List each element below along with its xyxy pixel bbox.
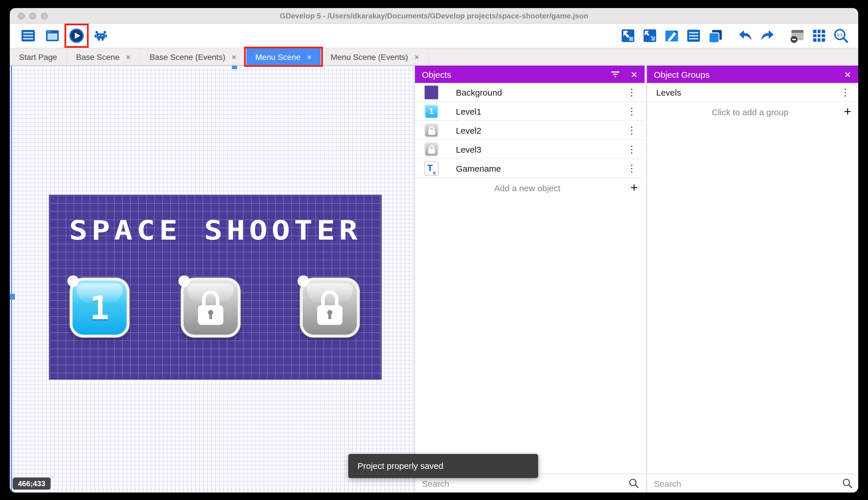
objects-panel-header: Objects ✕ xyxy=(415,66,645,83)
object-row-level1[interactable]: 1 Level1 ⋮ xyxy=(415,102,645,121)
level3-button-sprite[interactable] xyxy=(300,278,360,338)
object-menu-icon[interactable]: ⋮ xyxy=(624,105,639,117)
scene-window-left-edge xyxy=(11,66,12,492)
tab-label: Menu Scene (Events) xyxy=(331,52,408,61)
group-row-levels[interactable]: Levels ⋮ xyxy=(647,83,858,102)
groups-panel-header: Object Groups ✕ xyxy=(647,66,858,83)
cursor-coordinates: 466;433 xyxy=(13,478,50,490)
object-menu-icon[interactable]: ⋮ xyxy=(624,124,639,136)
tab-close-icon[interactable]: × xyxy=(232,53,236,61)
object-label: Gamename xyxy=(456,163,624,173)
minimize-window-button[interactable] xyxy=(30,12,36,19)
object-label: Background xyxy=(456,87,624,97)
background-swatch-icon xyxy=(424,85,438,99)
add-group-plus-icon[interactable]: + xyxy=(844,105,851,118)
tab-bar: Start Page Base Scene × Base Scene (Even… xyxy=(10,48,858,65)
mask-icon[interactable] xyxy=(789,28,805,44)
groups-panel-title: Object Groups xyxy=(654,69,834,79)
scene-editor-icon[interactable] xyxy=(44,28,60,44)
add-group-row[interactable]: Click to add a group + xyxy=(647,102,858,122)
object-row-level3[interactable]: Level3 ⋮ xyxy=(415,140,645,159)
add-object-plus-icon[interactable]: + xyxy=(630,181,638,194)
tab-menu-scene[interactable]: Menu Scene × xyxy=(246,48,321,65)
tab-label: Base Scene xyxy=(76,52,119,61)
preview-play-icon[interactable] xyxy=(69,28,85,44)
scroll-handle-left[interactable] xyxy=(10,294,15,299)
level1-button-icon: 1 xyxy=(424,104,438,118)
add-object-row[interactable]: Add a new object + xyxy=(415,178,645,197)
groups-search-input[interactable] xyxy=(654,478,842,488)
object-row-background[interactable]: Background ⋮ xyxy=(415,83,645,102)
object-label: Level3 xyxy=(456,144,624,154)
scene-preview[interactable]: SPACE SHOOTER 1 xyxy=(49,195,382,379)
group-menu-icon[interactable]: ⋮ xyxy=(838,86,853,98)
tab-label: Start Page xyxy=(19,52,57,61)
text-object-icon: Tx xyxy=(424,161,438,175)
level2-button-sprite[interactable] xyxy=(181,278,241,338)
button-shine xyxy=(178,275,190,287)
zoom-level-label: 1:1 xyxy=(837,33,843,37)
objects-panel: Objects ✕ Background ⋮ 1 Level1 ⋮ xyxy=(414,66,645,492)
tab-start-page[interactable]: Start Page xyxy=(10,48,67,65)
properties-icon[interactable] xyxy=(664,28,680,44)
tab-close-icon[interactable]: × xyxy=(307,53,312,61)
scene-canvas[interactable]: SPACE SHOOTER 1 466;433 xyxy=(10,66,414,492)
add-object-label: Add a new object xyxy=(424,183,630,193)
save-toast: Project properly saved xyxy=(348,454,538,478)
window-controls xyxy=(18,8,48,24)
titlebar: GDevelop 5 - /Users/dkarakay/Documents/G… xyxy=(10,8,858,24)
object-label: Level1 xyxy=(456,106,624,116)
undo-icon[interactable] xyxy=(737,28,753,44)
lock-icon xyxy=(316,290,344,325)
objects-search-input[interactable] xyxy=(422,478,629,488)
objects-panel-empty-space xyxy=(415,197,645,474)
add-group-label: Click to add a group xyxy=(656,107,844,117)
tab-base-scene-events[interactable]: Base Scene (Events) × xyxy=(140,48,246,65)
gdevelop-window: GDevelop 5 - /Users/dkarakay/Documents/G… xyxy=(10,8,858,492)
toolbar: 1:1 xyxy=(10,24,858,48)
object-menu-icon[interactable]: ⋮ xyxy=(624,143,639,155)
objects-editor-icon[interactable] xyxy=(620,28,636,44)
filter-icon[interactable] xyxy=(611,70,620,79)
desktop: GDevelop 5 - /Users/dkarakay/Documents/G… xyxy=(0,0,868,500)
object-menu-icon[interactable]: ⋮ xyxy=(624,86,639,98)
tab-close-icon[interactable]: × xyxy=(414,53,419,61)
object-groups-panel: Object Groups ✕ Levels ⋮ Click to add a … xyxy=(646,66,858,492)
close-panel-icon[interactable]: ✕ xyxy=(844,70,851,79)
debugger-icon[interactable] xyxy=(93,28,109,44)
tab-base-scene[interactable]: Base Scene × xyxy=(67,48,140,65)
layers-icon[interactable] xyxy=(707,28,724,44)
object-row-gamename[interactable]: Tx Gamename ⋮ xyxy=(415,159,645,178)
button-shine xyxy=(297,275,309,287)
tab-close-icon[interactable]: × xyxy=(126,53,130,61)
instances-list-icon[interactable] xyxy=(685,28,702,44)
close-window-button[interactable] xyxy=(18,12,25,19)
close-panel-icon[interactable]: ✕ xyxy=(631,70,638,79)
redo-icon[interactable] xyxy=(759,28,775,44)
object-groups-editor-icon[interactable] xyxy=(642,28,658,44)
zoom-window-button[interactable] xyxy=(41,12,48,19)
search-icon xyxy=(629,478,639,488)
object-label: Level2 xyxy=(456,125,624,135)
zoom-icon[interactable]: 1:1 xyxy=(833,28,849,44)
object-row-level2[interactable]: Level2 ⋮ xyxy=(415,121,645,140)
groups-search-bar xyxy=(647,474,858,492)
locked-button-icon xyxy=(424,142,438,156)
object-menu-icon[interactable]: ⋮ xyxy=(624,162,639,174)
game-title-text[interactable]: SPACE SHOOTER xyxy=(49,215,382,246)
search-icon xyxy=(842,478,853,488)
scroll-handle-top[interactable] xyxy=(232,66,237,69)
level-number-label: 1 xyxy=(72,281,127,335)
tab-label: Base Scene (Events) xyxy=(150,52,225,61)
tab-label: Menu Scene xyxy=(255,52,301,61)
groups-panel-empty-space xyxy=(647,122,858,474)
level1-button-sprite[interactable]: 1 xyxy=(70,278,129,338)
main-area: SPACE SHOOTER 1 466;433 xyxy=(10,65,858,492)
tab-menu-scene-events[interactable]: Menu Scene (Events) × xyxy=(321,48,429,65)
objects-panel-title: Objects xyxy=(422,69,601,79)
locked-button-icon xyxy=(424,123,438,137)
grid-icon[interactable] xyxy=(811,28,827,44)
project-manager-icon[interactable] xyxy=(20,28,36,44)
button-shine xyxy=(67,275,79,287)
lock-icon xyxy=(197,290,224,325)
